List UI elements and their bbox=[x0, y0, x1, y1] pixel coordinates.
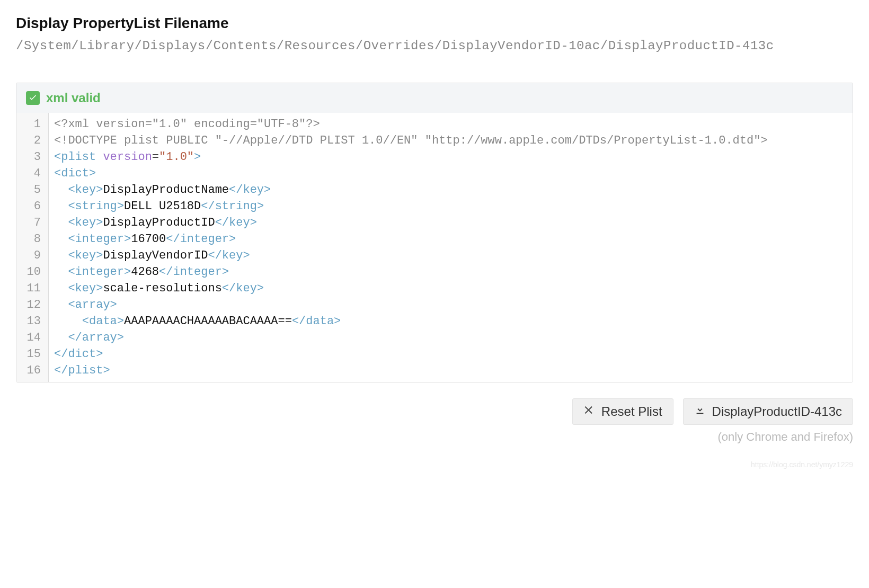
code-line: <data>AAAPAAAACHAAAAABACAAAA==</data> bbox=[54, 313, 847, 329]
panel-head: xml valid bbox=[16, 83, 853, 113]
code-line: </plist> bbox=[54, 362, 847, 379]
code-line: <key>scale-resolutions</key> bbox=[54, 280, 847, 297]
code-line: <key>DisplayProductName</key> bbox=[54, 182, 847, 198]
button-row: Reset Plist DisplayProductID-413c bbox=[16, 398, 853, 425]
code-line: </array> bbox=[54, 329, 847, 346]
download-icon bbox=[694, 404, 706, 419]
code-line: <!DOCTYPE plist PUBLIC "-//Apple//DTD PL… bbox=[54, 132, 847, 149]
code-panel: xml valid 12345678910111213141516 <?xml … bbox=[16, 83, 853, 382]
code-line: </dict> bbox=[54, 346, 847, 362]
code-line: <plist version="1.0"> bbox=[54, 149, 847, 165]
download-plist-button[interactable]: DisplayProductID-413c bbox=[683, 398, 853, 425]
code-source[interactable]: <?xml version="1.0" encoding="UTF-8"?><!… bbox=[49, 113, 853, 382]
plist-path: /System/Library/Displays/Contents/Resour… bbox=[16, 36, 853, 56]
code-line: <array> bbox=[54, 297, 847, 313]
code-line: <string>DELL U2518D</string> bbox=[54, 198, 847, 215]
watermark-text: https://blog.csdn.net/ymyz1229 bbox=[751, 460, 853, 469]
code-line: <key>DisplayVendorID</key> bbox=[54, 247, 847, 264]
page-title: Display PropertyList Filename bbox=[16, 15, 853, 32]
close-icon bbox=[583, 404, 595, 419]
reset-label: Reset Plist bbox=[601, 404, 662, 419]
check-square-icon bbox=[26, 91, 40, 105]
code-line: <dict> bbox=[54, 165, 847, 182]
download-label: DisplayProductID-413c bbox=[712, 404, 842, 419]
code-area[interactable]: 12345678910111213141516 <?xml version="1… bbox=[16, 113, 853, 382]
browser-note: (only Chrome and Firefox) bbox=[16, 430, 853, 444]
code-line: <?xml version="1.0" encoding="UTF-8"?> bbox=[54, 116, 847, 132]
reset-plist-button[interactable]: Reset Plist bbox=[572, 398, 673, 425]
code-line: <key>DisplayProductID</key> bbox=[54, 215, 847, 231]
code-line: <integer>4268</integer> bbox=[54, 264, 847, 280]
line-gutter: 12345678910111213141516 bbox=[16, 113, 49, 382]
status-text: xml valid bbox=[46, 91, 101, 105]
code-line: <integer>16700</integer> bbox=[54, 231, 847, 247]
